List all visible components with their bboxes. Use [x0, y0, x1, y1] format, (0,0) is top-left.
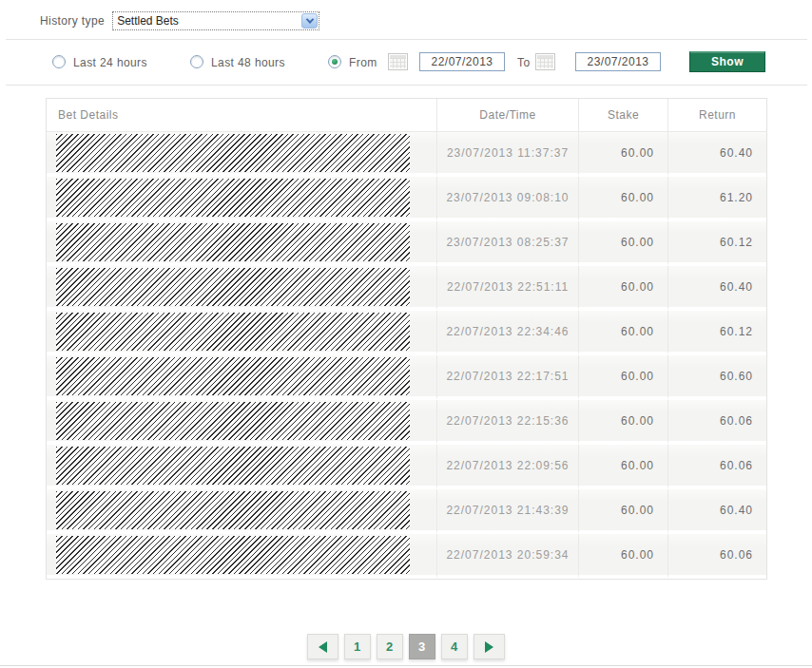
- bet-details-cell: [47, 489, 436, 534]
- stake-cell: 60.00: [578, 221, 667, 266]
- table-header-row: Bet Details Date/Time Stake Return: [47, 99, 766, 132]
- table-row: 22/07/2013 20:59:34 60.00 60.06: [47, 534, 766, 579]
- calendar-icon[interactable]: [388, 53, 408, 70]
- date-time-cell: 22/07/2013 22:34:46: [436, 311, 578, 355]
- redacted-bet-details: [56, 447, 410, 485]
- return-cell: 61.20: [667, 177, 766, 221]
- history-type-selected-value: Settled Bets: [113, 14, 300, 28]
- stake-cell: 60.00: [578, 534, 667, 579]
- table-row: 23/07/2013 11:37:37 60.00 60.40: [47, 132, 766, 177]
- redacted-bet-details: [56, 491, 410, 529]
- radio-last-48-hours-label[interactable]: Last 48 hours: [211, 56, 285, 69]
- to-date-input[interactable]: [575, 52, 661, 71]
- bet-details-cell: [47, 355, 436, 400]
- return-cell: 60.40: [667, 489, 766, 534]
- chevron-down-icon[interactable]: [301, 13, 318, 29]
- history-type-select[interactable]: Settled Bets: [112, 11, 319, 30]
- stake-cell: 60.00: [578, 311, 667, 355]
- return-cell: 60.40: [667, 132, 766, 177]
- left-triangle-icon: [319, 641, 327, 653]
- redacted-bet-details: [56, 134, 410, 172]
- return-cell: 60.12: [667, 221, 766, 266]
- page-button[interactable]: 3: [409, 634, 435, 659]
- redacted-bet-details: [56, 402, 410, 440]
- table-row: 22/07/2013 22:15:36 60.00 60.06: [47, 400, 766, 445]
- bet-history-page: History type Settled Bets Last 24 hours …: [0, 0, 812, 668]
- date-time-cell: 23/07/2013 08:25:37: [436, 221, 578, 266]
- radio-last-24-hours-label[interactable]: Last 24 hours: [73, 56, 147, 69]
- date-time-cell: 23/07/2013 11:37:37: [436, 132, 578, 177]
- header-stake: Stake: [578, 99, 667, 132]
- calendar-icon[interactable]: [535, 53, 555, 70]
- header-date-time: Date/Time: [436, 99, 578, 132]
- header-bet-details: Bet Details: [47, 99, 436, 132]
- date-time-cell: 22/07/2013 20:59:34: [436, 534, 578, 579]
- stake-cell: 60.00: [578, 266, 667, 311]
- date-time-cell: 22/07/2013 22:51:11: [436, 266, 578, 311]
- redacted-bet-details: [56, 268, 410, 306]
- date-time-cell: 22/07/2013 22:15:36: [436, 400, 578, 445]
- table-row: 23/07/2013 08:25:37 60.00 60.12: [47, 221, 766, 266]
- redacted-bet-details: [56, 179, 410, 217]
- right-triangle-icon: [485, 641, 493, 653]
- history-type-row: History type Settled Bets: [40, 11, 319, 30]
- bet-details-cell: [47, 266, 436, 311]
- return-cell: 60.06: [667, 400, 766, 445]
- divider-mid: [6, 85, 807, 86]
- filter-row: Last 24 hours Last 48 hours From To Show: [0, 46, 812, 84]
- radio-from[interactable]: [328, 55, 341, 68]
- previous-page-button[interactable]: [307, 634, 338, 659]
- stake-cell: 60.00: [578, 400, 667, 445]
- divider-top: [6, 39, 807, 40]
- return-cell: 60.12: [667, 311, 766, 355]
- return-cell: 60.40: [667, 266, 766, 311]
- page-button[interactable]: 2: [377, 634, 403, 659]
- bet-details-cell: [47, 311, 436, 355]
- return-cell: 60.60: [667, 355, 766, 400]
- date-time-cell: 22/07/2013 21:43:39: [436, 489, 578, 534]
- show-button[interactable]: Show: [689, 51, 765, 72]
- date-time-cell: 23/07/2013 09:08:10: [436, 177, 578, 221]
- bet-details-cell: [47, 534, 436, 579]
- table-row: 22/07/2013 22:34:46 60.00 60.12: [47, 311, 766, 355]
- table-row: 22/07/2013 22:51:11 60.00 60.40: [47, 266, 766, 311]
- table-row: 23/07/2013 09:08:10 60.00 61.20: [47, 177, 766, 221]
- bet-details-cell: [47, 221, 436, 266]
- return-cell: 60.06: [667, 534, 766, 579]
- table-row: 22/07/2013 21:43:39 60.00 60.40: [47, 489, 766, 534]
- redacted-bet-details: [56, 313, 410, 351]
- date-time-cell: 22/07/2013 22:17:51: [436, 355, 578, 400]
- divider-bottom: [0, 665, 812, 666]
- to-label: To: [517, 56, 530, 69]
- stake-cell: 60.00: [578, 177, 667, 221]
- return-cell: 60.06: [667, 445, 766, 489]
- next-page-button[interactable]: [474, 634, 505, 659]
- bet-details-cell: [47, 445, 436, 489]
- redacted-bet-details: [56, 223, 410, 261]
- page-button[interactable]: 4: [441, 634, 468, 659]
- radio-last-24-hours[interactable]: [52, 55, 66, 68]
- date-time-cell: 22/07/2013 22:09:56: [436, 445, 578, 489]
- bet-details-cell: [47, 177, 436, 221]
- stake-cell: 60.00: [578, 132, 667, 177]
- page-button[interactable]: 1: [344, 634, 371, 659]
- bet-details-cell: [47, 400, 436, 445]
- radio-last-48-hours[interactable]: [190, 55, 203, 68]
- history-type-label: History type: [40, 14, 105, 28]
- from-date-input[interactable]: [419, 52, 505, 71]
- stake-cell: 60.00: [578, 355, 667, 400]
- bets-table: Bet Details Date/Time Stake Return 23/07…: [46, 98, 767, 580]
- pagination: 1 2 3 4: [46, 634, 765, 659]
- table-row: 22/07/2013 22:09:56 60.00 60.06: [47, 445, 766, 489]
- redacted-bet-details: [56, 357, 410, 395]
- stake-cell: 60.00: [578, 445, 667, 489]
- bet-details-cell: [47, 132, 436, 177]
- stake-cell: 60.00: [578, 489, 667, 534]
- table-row: 22/07/2013 22:17:51 60.00 60.60: [47, 355, 766, 400]
- redacted-bet-details: [56, 536, 410, 574]
- header-return: Return: [667, 99, 766, 132]
- radio-from-label[interactable]: From: [349, 56, 377, 69]
